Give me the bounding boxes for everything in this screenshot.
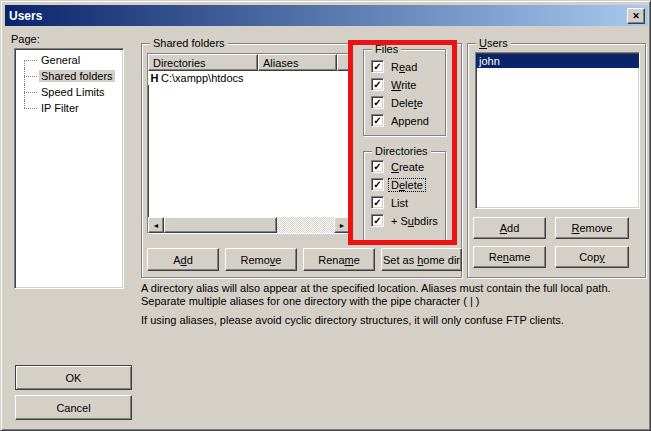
tree-item-speed-limits[interactable]: Speed Limits [15, 84, 123, 100]
add-user-button[interactable]: Add [473, 217, 546, 239]
user-list-item[interactable]: john [476, 54, 639, 68]
checkbox-row-write[interactable]: ✓ Write [364, 78, 445, 91]
check-icon: ✓ [373, 98, 381, 108]
checkbox-append[interactable]: ✓ [371, 114, 384, 127]
checkbox-list[interactable]: ✓ [371, 196, 384, 209]
check-icon: ✓ [373, 162, 381, 172]
listview-header-row: Directories Aliases [148, 54, 352, 71]
directories-listview[interactable]: Directories Aliases H C:\xampp\htdocs ◄ … [147, 53, 353, 234]
checkbox-label-delete-files: Delete [389, 97, 425, 109]
checkbox-subdirs[interactable]: ✓ [371, 214, 384, 227]
tree-item-ip-filter[interactable]: IP Filter [15, 100, 123, 116]
table-row[interactable]: H C:\xampp\htdocs [148, 71, 352, 85]
cancel-button[interactable]: Cancel [15, 395, 132, 420]
users-dialog: Users ✕ Page: General Shared folders Spe… [0, 0, 651, 431]
check-icon: ✓ [373, 180, 381, 190]
checkbox-read[interactable]: ✓ [371, 60, 384, 73]
checkbox-row-delete-files[interactable]: ✓ Delete [364, 96, 445, 109]
close-button[interactable]: ✕ [627, 8, 645, 24]
checkbox-label-read: Read [389, 61, 419, 73]
scrollbar-thumb[interactable] [164, 217, 277, 233]
checkbox-label-list: List [389, 197, 410, 209]
directories-group-label: Directories [372, 144, 431, 158]
set-as-home-dir-button[interactable]: Set as home dir [381, 248, 462, 271]
checkbox-label-create: Create [389, 161, 426, 173]
directories-group: Directories ✓ Create ✓ Delete ✓ List ✓ +… [363, 151, 446, 241]
tree-item-general[interactable]: General [15, 52, 123, 68]
horizontal-scrollbar[interactable]: ◄ ► [148, 217, 350, 233]
checkbox-label-subdirs: + Subdirs [389, 215, 440, 227]
checkbox-row-subdirs[interactable]: ✓ + Subdirs [364, 214, 445, 227]
users-group-label: Users [476, 36, 511, 50]
files-group-label: Files [372, 42, 401, 56]
add-directory-button[interactable]: Add [147, 248, 219, 271]
column-header-filler [337, 54, 352, 71]
remove-directory-button[interactable]: Remove [225, 248, 297, 271]
check-icon: ✓ [373, 80, 381, 90]
directory-path: C:\xampp\htdocs [161, 72, 244, 84]
scroll-left-arrow-icon[interactable]: ◄ [148, 217, 164, 233]
check-icon: ✓ [373, 198, 381, 208]
check-icon: ✓ [373, 216, 381, 226]
rename-directory-button[interactable]: Rename [303, 248, 375, 271]
check-icon: ✓ [373, 116, 381, 126]
users-listbox[interactable]: john [475, 52, 640, 209]
shared-folders-group-label: Shared folders [150, 36, 228, 50]
files-group: Files ✓ Read ✓ Write ✓ Delete ✓ Append [363, 49, 446, 136]
checkbox-label-delete-dirs: Delete [389, 179, 425, 191]
copy-user-button[interactable]: Copy [555, 246, 629, 268]
title-bar[interactable]: Users ✕ [5, 5, 648, 26]
checkbox-delete-files[interactable]: ✓ [371, 96, 384, 109]
window-title: Users [5, 9, 42, 23]
checkbox-label-append: Append [389, 115, 431, 127]
close-icon: ✕ [632, 12, 640, 21]
check-icon: ✓ [373, 62, 381, 72]
remove-user-button[interactable]: Remove [555, 217, 629, 239]
rename-user-button[interactable]: Rename [473, 246, 546, 268]
note-alias: A directory alias will also appear at th… [141, 282, 649, 308]
checkbox-create[interactable]: ✓ [371, 160, 384, 173]
checkbox-row-delete-dirs[interactable]: ✓ Delete [364, 178, 445, 191]
page-tree[interactable]: General Shared folders Speed Limits IP F… [14, 48, 124, 289]
note-cyclic: If using aliases, please avoid cyclic di… [141, 314, 649, 327]
checkbox-write[interactable]: ✓ [371, 78, 384, 91]
notes-text: A directory alias will also appear at th… [141, 282, 649, 327]
scroll-right-arrow-icon[interactable]: ► [334, 217, 350, 233]
checkbox-label-write: Write [389, 79, 418, 91]
scrollbar-track[interactable] [277, 217, 334, 233]
page-label: Page: [11, 33, 40, 45]
column-header-directories[interactable]: Directories [148, 54, 258, 71]
checkbox-row-create[interactable]: ✓ Create [364, 160, 445, 173]
column-header-aliases[interactable]: Aliases [258, 54, 337, 71]
checkbox-row-read[interactable]: ✓ Read [364, 60, 445, 73]
checkbox-delete-dirs[interactable]: ✓ [371, 178, 384, 191]
checkbox-row-list[interactable]: ✓ List [364, 196, 445, 209]
ok-button[interactable]: OK [15, 365, 132, 390]
tree-item-shared-folders[interactable]: Shared folders [15, 68, 123, 84]
home-directory-marker: H [148, 72, 161, 84]
checkbox-row-append[interactable]: ✓ Append [364, 114, 445, 127]
